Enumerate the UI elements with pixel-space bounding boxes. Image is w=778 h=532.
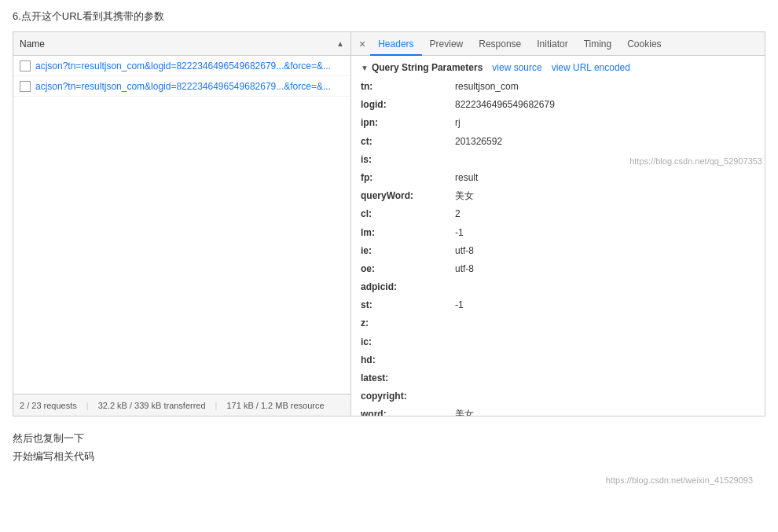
param-value: utf-8: [455, 262, 474, 277]
view-source-link[interactable]: view source: [492, 62, 541, 73]
param-row: ic:: [361, 333, 755, 351]
param-row: copyright:: [361, 387, 755, 405]
param-value: 美女: [455, 189, 474, 204]
param-row: st:-1: [361, 296, 755, 314]
param-key: ie:: [361, 244, 455, 259]
param-row: latest:: [361, 369, 755, 387]
params-table: tn:resultjson_comlogid:82223464965496826…: [361, 78, 755, 416]
param-row: cl:2: [361, 205, 755, 223]
param-row: adpicid:: [361, 278, 755, 296]
param-value: -1: [455, 226, 464, 240]
param-value: utf-8: [455, 244, 474, 259]
right-watermark: https://blog.csdn.net/qq_52907353: [629, 156, 762, 166]
param-row: lm:-1: [361, 224, 755, 242]
tab-initiator[interactable]: Initiator: [529, 32, 575, 56]
requests-count: 2 / 23 requests: [20, 401, 77, 410]
param-row: ie:utf-8: [361, 242, 755, 260]
close-icon[interactable]: ×: [354, 32, 370, 56]
param-key: oe:: [361, 262, 455, 277]
param-value: resultjson_com: [455, 79, 519, 94]
param-key: adpicid:: [361, 280, 455, 295]
details-content: ▼ Query String Parameters view source vi…: [351, 56, 765, 416]
param-key: logid:: [361, 97, 455, 112]
devtools-panel: Name ▲ acjson?tn=resultjson_com&logid=82…: [13, 31, 765, 416]
param-row: ct:201326592: [361, 133, 755, 151]
param-key: z:: [361, 316, 455, 331]
param-value: 美女: [455, 407, 474, 416]
param-row: queryWord:美女: [361, 187, 755, 205]
param-row: oe:utf-8: [361, 260, 755, 278]
param-value: 2: [455, 207, 461, 222]
request-item[interactable]: acjson?tn=resultjson_com&logid=822234649…: [13, 56, 350, 76]
tabs-bar: × Headers Preview Response Initiator Tim…: [351, 32, 765, 56]
list-header: Name ▲: [13, 32, 350, 56]
transferred-size: 32.2 kB / 339 kB transferred: [98, 401, 206, 410]
sort-arrow-icon: ▲: [336, 39, 344, 48]
param-value: 201326592: [455, 134, 502, 149]
param-key: tn:: [361, 79, 455, 94]
footer-text: 然后也复制一下 开始编写相关代码: [13, 429, 765, 466]
param-value: result: [455, 171, 478, 185]
param-row: ipn:rj: [361, 114, 755, 132]
page-title: 6.点开这个URL看到其携带的参数: [0, 0, 778, 31]
view-url-encoded-link[interactable]: view URL encoded: [552, 62, 630, 73]
request-list: acjson?tn=resultjson_com&logid=822234649…: [13, 56, 350, 394]
param-key: lm:: [361, 226, 455, 240]
param-key: copyright:: [361, 389, 455, 404]
request-name: acjson?tn=resultjson_com&logid=822234649…: [35, 81, 331, 92]
triangle-icon: ▼: [361, 64, 369, 72]
section-title: ▼ Query String Parameters: [361, 62, 483, 73]
footer-section: 然后也复制一下 开始编写相关代码: [0, 416, 778, 472]
param-row: logid:8222346496549682679: [361, 96, 755, 114]
request-checkbox[interactable]: [20, 81, 31, 92]
tab-cookies[interactable]: Cookies: [619, 32, 669, 56]
tab-headers[interactable]: Headers: [370, 32, 421, 56]
name-column-header: Name: [20, 39, 336, 50]
param-key: fp:: [361, 171, 455, 185]
param-row: tn:resultjson_com: [361, 78, 755, 96]
request-name: acjson?tn=resultjson_com&logid=822234649…: [35, 61, 331, 72]
param-key: latest:: [361, 371, 455, 386]
tab-timing[interactable]: Timing: [576, 32, 620, 56]
footer-divider-2: |: [215, 401, 218, 410]
param-key: ipn:: [361, 116, 455, 130]
footer-line2: 开始编写相关代码: [13, 447, 765, 465]
left-panel-footer: 2 / 23 requests | 32.2 kB / 339 kB trans…: [13, 394, 350, 416]
footer-divider: |: [86, 401, 89, 410]
footer-watermark-2: https://blog.csdn.net/weixin_41529093: [593, 472, 765, 488]
param-value: rj: [455, 116, 461, 130]
param-key: is:: [361, 152, 455, 167]
section-header: ▼ Query String Parameters view source vi…: [361, 62, 755, 73]
param-value: 8222346496549682679: [455, 97, 555, 112]
param-key: hd:: [361, 353, 455, 368]
param-row: word:美女: [361, 405, 755, 416]
param-key: ic:: [361, 335, 455, 350]
param-key: cl:: [361, 207, 455, 222]
param-key: st:: [361, 298, 455, 313]
param-key: queryWord:: [361, 189, 455, 204]
resource-size: 171 kB / 1.2 MB resource: [226, 401, 324, 410]
param-row: fp:result: [361, 169, 755, 187]
request-item[interactable]: acjson?tn=resultjson_com&logid=822234649…: [13, 76, 350, 97]
left-panel: Name ▲ acjson?tn=resultjson_com&logid=82…: [13, 32, 351, 416]
param-key: word:: [361, 407, 455, 416]
param-key: ct:: [361, 134, 455, 149]
request-checkbox[interactable]: [20, 61, 31, 72]
param-row: z:: [361, 314, 755, 332]
right-panel: × Headers Preview Response Initiator Tim…: [351, 32, 765, 416]
footer-line1: 然后也复制一下: [13, 429, 765, 447]
tab-response[interactable]: Response: [471, 32, 529, 56]
tab-preview[interactable]: Preview: [422, 32, 472, 56]
param-row: hd:: [361, 351, 755, 369]
param-value: -1: [455, 298, 464, 313]
